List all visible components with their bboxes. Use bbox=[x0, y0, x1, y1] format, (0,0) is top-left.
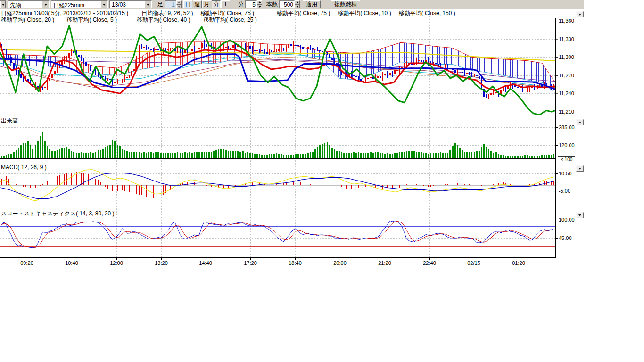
svg-text:18:40: 18:40 bbox=[289, 260, 302, 266]
chart-canvas: 11,36011,33011,30011,27011,24011,210285.… bbox=[0, 0, 644, 271]
svg-text:12:00: 12:00 bbox=[110, 260, 123, 266]
svg-text:17:20: 17:20 bbox=[244, 260, 257, 266]
svg-text:09:20: 09:20 bbox=[20, 260, 33, 266]
svg-text:100.00: 100.00 bbox=[559, 217, 575, 222]
ma20-label: 移動平均( Close, 20 ) bbox=[1, 16, 54, 23]
svg-text:02/15: 02/15 bbox=[467, 260, 480, 266]
volume-multiplier-badge: × 100 bbox=[558, 156, 575, 163]
stochastics-panel-title: スロー・ストキャスティクス( 14, 3, 80, 20 ) bbox=[1, 210, 114, 218]
price-panel-menu-button[interactable] bbox=[576, 11, 584, 17]
svg-text:20:00: 20:00 bbox=[333, 260, 347, 266]
chevron-down-icon bbox=[578, 214, 581, 216]
ma25-label: 移動平均( Close, 25 ) bbox=[203, 16, 256, 23]
svg-text:120.00: 120.00 bbox=[559, 142, 575, 148]
ma10-label: 移動平均( Close, 10 ) bbox=[338, 10, 391, 16]
chevron-down-icon bbox=[578, 122, 581, 123]
macd-panel-title: MACD( 12, 26, 9 ) bbox=[1, 164, 47, 171]
svg-text:11,300: 11,300 bbox=[559, 54, 574, 60]
chart-series-title: 日経225mini 13/03( 5分, 2013/02/13 - 2013/0… bbox=[1, 10, 128, 16]
svg-text:22:40: 22:40 bbox=[423, 260, 436, 266]
svg-text:13:20: 13:20 bbox=[155, 260, 168, 266]
svg-text:11,330: 11,330 bbox=[559, 36, 574, 42]
trading-app-window: { "toolbar": { "instrument_type": "先物", … bbox=[0, 0, 644, 362]
ma150-label: 移動平均( Close, 150 ) bbox=[399, 10, 455, 16]
volume-panel-menu-button[interactable] bbox=[576, 119, 584, 125]
svg-text:-5.00: -5.00 bbox=[559, 188, 570, 194]
indicator-header-line2: 移動平均( Close, 20 )移動平均( Close, 5 )移動平均( C… bbox=[1, 16, 264, 24]
svg-text:21:20: 21:20 bbox=[378, 260, 391, 266]
svg-text:14:40: 14:40 bbox=[199, 260, 212, 266]
volume-panel-title: 出来高 bbox=[1, 117, 18, 125]
stochastics-panel-menu-button[interactable] bbox=[576, 212, 584, 218]
svg-text:10:40: 10:40 bbox=[65, 260, 78, 266]
svg-text:45.00: 45.00 bbox=[559, 235, 572, 241]
svg-text:11,210: 11,210 bbox=[559, 109, 574, 115]
chevron-down-icon bbox=[578, 14, 581, 16]
chevron-down-icon bbox=[578, 168, 581, 170]
svg-text:285.00: 285.00 bbox=[559, 124, 575, 130]
svg-text:11,360: 11,360 bbox=[559, 18, 574, 24]
ma40-label: 移動平均( Close, 40 ) bbox=[137, 16, 190, 23]
svg-text:10.50: 10.50 bbox=[559, 171, 572, 176]
svg-text:11,240: 11,240 bbox=[559, 90, 574, 96]
macd-panel-menu-button[interactable] bbox=[576, 165, 584, 172]
ma75-label: 移動平均( Close, 75 ) bbox=[201, 10, 254, 16]
ichimoku-label: 一目均衡表( 9, 26, 52 ) bbox=[136, 10, 193, 16]
ma75b-label: 移動平均( Close, 75 ) bbox=[277, 10, 330, 16]
svg-text:11,270: 11,270 bbox=[559, 73, 574, 78]
ma5-label: 移動平均( Close, 5 ) bbox=[66, 16, 117, 23]
svg-text:01:20: 01:20 bbox=[512, 260, 525, 266]
